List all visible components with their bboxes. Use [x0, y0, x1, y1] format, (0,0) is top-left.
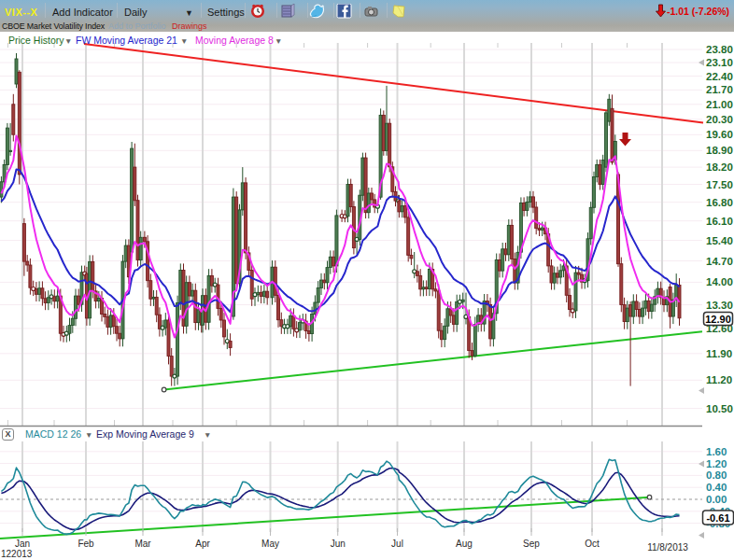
svg-text:Mar: Mar — [134, 539, 151, 549]
svg-text:Sep: Sep — [523, 539, 540, 549]
svg-text:0.00: 0.00 — [706, 494, 727, 505]
svg-text:Jun: Jun — [331, 539, 346, 549]
svg-text:Oct: Oct — [585, 539, 600, 549]
svg-text:16.80: 16.80 — [706, 197, 733, 208]
svg-text:22.40: 22.40 — [706, 71, 733, 82]
svg-text:-0.61: -0.61 — [706, 512, 729, 524]
svg-text:14.00: 14.00 — [706, 276, 733, 287]
svg-text:11/8/2013: 11/8/2013 — [647, 542, 688, 553]
svg-text:0.80: 0.80 — [706, 469, 727, 481]
svg-text:122013: 122013 — [1, 549, 33, 559]
svg-text:Jan: Jan — [15, 539, 30, 549]
svg-text:21.70: 21.70 — [706, 84, 733, 95]
svg-text:Feb: Feb — [78, 539, 94, 549]
svg-text:May: May — [261, 539, 279, 549]
svg-text:Apr: Apr — [195, 539, 210, 549]
svg-text:21.00: 21.00 — [706, 99, 733, 110]
svg-text:Jul: Jul — [391, 539, 403, 549]
svg-text:1.20: 1.20 — [706, 458, 727, 469]
svg-text:13.30: 13.30 — [706, 300, 733, 311]
svg-text:11.90: 11.90 — [706, 348, 732, 359]
svg-text:23.80: 23.80 — [706, 44, 733, 55]
svg-text:11.20: 11.20 — [706, 374, 732, 385]
svg-text:0.40: 0.40 — [706, 482, 727, 493]
svg-text:23.10: 23.10 — [706, 57, 733, 68]
svg-text:18.90: 18.90 — [706, 145, 733, 156]
svg-text:15.40: 15.40 — [706, 235, 733, 246]
svg-text:1.60: 1.60 — [706, 446, 727, 457]
svg-text:17.50: 17.50 — [706, 179, 733, 190]
svg-text:Aug: Aug — [456, 539, 473, 549]
svg-text:18.20: 18.20 — [706, 161, 733, 173]
svg-text:20.30: 20.30 — [706, 114, 733, 125]
svg-text:12.90: 12.90 — [705, 314, 731, 325]
svg-text:19.60: 19.60 — [706, 129, 733, 140]
svg-text:16.10: 16.10 — [706, 216, 733, 227]
svg-text:14.70: 14.70 — [706, 256, 733, 267]
svg-text:10.50: 10.50 — [706, 403, 733, 414]
